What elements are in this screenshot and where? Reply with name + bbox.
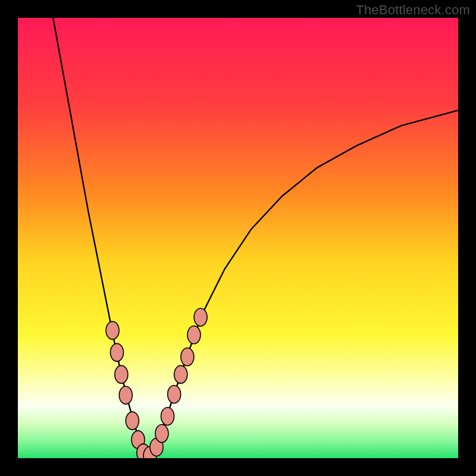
data-marker: [111, 343, 124, 361]
watermark-text: TheBottleneck.com: [356, 2, 470, 18]
data-marker: [187, 326, 201, 344]
data-marker: [155, 425, 168, 443]
data-marker: [168, 386, 181, 403]
gradient-background: [18, 18, 458, 458]
data-marker: [181, 348, 194, 366]
data-marker: [174, 365, 187, 383]
chart-svg: [18, 18, 458, 458]
data-marker: [126, 412, 139, 430]
plot-area: [18, 18, 458, 458]
data-marker: [161, 408, 174, 425]
data-marker: [119, 386, 132, 404]
data-marker: [115, 365, 128, 383]
outer-frame: TheBottleneck.com: [0, 0, 476, 476]
data-marker: [194, 308, 207, 326]
data-marker: [106, 321, 119, 339]
